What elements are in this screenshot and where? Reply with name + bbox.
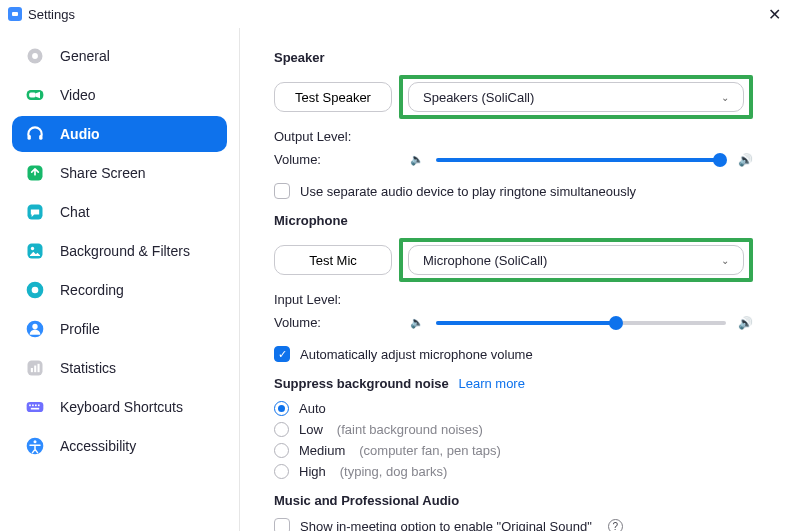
mic-volume-label: Volume: xyxy=(274,315,404,330)
music-heading: Music and Professional Audio xyxy=(274,493,753,508)
sidebar-item-label: Share Screen xyxy=(60,165,146,181)
record-icon xyxy=(24,279,46,301)
sidebar-item-label: Background & Filters xyxy=(60,243,190,259)
suppress-option-low-radio[interactable] xyxy=(274,422,289,437)
speaker-volume-slider[interactable] xyxy=(436,158,726,162)
svg-point-10 xyxy=(31,247,34,250)
svg-rect-17 xyxy=(34,366,36,373)
mic-volume-slider[interactable] xyxy=(436,321,726,325)
sidebar-item-label: Statistics xyxy=(60,360,116,376)
svg-point-14 xyxy=(32,324,37,329)
sidebar-item-chat[interactable]: Chat xyxy=(12,194,227,230)
sidebar-item-label: General xyxy=(60,48,110,64)
sidebar-item-accessibility[interactable]: Accessibility xyxy=(12,428,227,464)
sidebar-item-label: Profile xyxy=(60,321,100,337)
suppress-option-desc: (faint background noises) xyxy=(337,422,483,437)
svg-rect-16 xyxy=(31,368,33,372)
suppress-option-desc: (computer fan, pen taps) xyxy=(359,443,501,458)
sidebar-item-audio[interactable]: Audio xyxy=(12,116,227,152)
suppress-option-high-radio[interactable] xyxy=(274,464,289,479)
test-mic-button[interactable]: Test Mic xyxy=(274,245,392,275)
share-icon xyxy=(24,162,46,184)
output-level-label: Output Level: xyxy=(274,129,404,144)
svg-rect-24 xyxy=(31,408,39,410)
chevron-down-icon: ⌄ xyxy=(721,92,729,103)
profile-icon xyxy=(24,318,46,340)
sidebar-item-label: Recording xyxy=(60,282,124,298)
video-icon xyxy=(24,84,46,106)
auto-adjust-checkbox[interactable]: ✓ xyxy=(274,346,290,362)
svg-rect-5 xyxy=(28,135,31,140)
suppress-learn-more-link[interactable]: Learn more xyxy=(458,376,524,391)
stats-icon xyxy=(24,357,46,379)
speaker-volume-label: Volume: xyxy=(274,152,404,167)
keyboard-icon xyxy=(24,396,46,418)
speaker-loud-icon: 🔊 xyxy=(738,316,753,330)
chevron-down-icon: ⌄ xyxy=(721,255,729,266)
speaker-muted-icon: 🔈 xyxy=(410,153,424,166)
svg-rect-19 xyxy=(27,402,44,412)
sidebar-item-statistics[interactable]: Statistics xyxy=(12,350,227,386)
bg-icon xyxy=(24,240,46,262)
suppress-heading: Suppress background noise Learn more xyxy=(274,376,753,391)
sidebar-item-background-filters[interactable]: Background & Filters xyxy=(12,233,227,269)
svg-rect-23 xyxy=(38,405,40,407)
mic-device-value: Microphone (SoliCall) xyxy=(423,253,547,268)
sidebar-item-general[interactable]: General xyxy=(12,38,227,74)
suppress-heading-text: Suppress background noise xyxy=(274,376,449,391)
mic-device-select[interactable]: Microphone (SoliCall) ⌄ xyxy=(408,245,744,275)
separate-audio-checkbox[interactable] xyxy=(274,183,290,199)
input-level-label: Input Level: xyxy=(274,292,404,307)
access-icon xyxy=(24,435,46,457)
speaker-muted-icon: 🔈 xyxy=(410,316,424,329)
svg-rect-22 xyxy=(35,405,37,407)
svg-rect-9 xyxy=(28,244,43,259)
svg-rect-18 xyxy=(38,364,40,372)
sidebar: General Video Audio Share Screen Chat Ba… xyxy=(0,28,240,531)
original-sound-label: Show in-meeting option to enable "Origin… xyxy=(300,519,592,532)
test-speaker-button[interactable]: Test Speaker xyxy=(274,82,392,112)
suppress-option-auto-radio[interactable] xyxy=(274,401,289,416)
suppress-option-label: Low xyxy=(299,422,323,437)
suppress-option-label: High xyxy=(299,464,326,479)
svg-rect-3 xyxy=(29,93,36,98)
help-icon[interactable]: ? xyxy=(608,519,623,532)
suppress-option-desc: (typing, dog barks) xyxy=(340,464,448,479)
settings-content: Speaker Test Speaker Speakers (SoliCall)… xyxy=(240,28,791,531)
speaker-select-highlight: Speakers (SoliCall) ⌄ xyxy=(399,75,753,119)
speaker-device-select[interactable]: Speakers (SoliCall) ⌄ xyxy=(408,82,744,112)
svg-rect-21 xyxy=(32,405,34,407)
close-icon[interactable]: ✕ xyxy=(768,5,781,24)
sidebar-item-video[interactable]: Video xyxy=(12,77,227,113)
sidebar-item-label: Keyboard Shortcuts xyxy=(60,399,183,415)
svg-rect-6 xyxy=(39,135,42,140)
gear-icon xyxy=(24,45,46,67)
sidebar-item-share-screen[interactable]: Share Screen xyxy=(12,155,227,191)
suppress-option-medium-radio[interactable] xyxy=(274,443,289,458)
suppress-option-label: Auto xyxy=(299,401,326,416)
speaker-loud-icon: 🔊 xyxy=(738,153,753,167)
sidebar-item-keyboard-shortcuts[interactable]: Keyboard Shortcuts xyxy=(12,389,227,425)
sidebar-item-label: Audio xyxy=(60,126,100,142)
speaker-device-value: Speakers (SoliCall) xyxy=(423,90,534,105)
suppress-option-label: Medium xyxy=(299,443,345,458)
sidebar-item-label: Video xyxy=(60,87,96,103)
sidebar-item-label: Chat xyxy=(60,204,90,220)
svg-point-12 xyxy=(32,287,39,294)
separate-audio-label: Use separate audio device to play ringto… xyxy=(300,184,636,199)
sidebar-item-recording[interactable]: Recording xyxy=(12,272,227,308)
app-icon xyxy=(8,7,22,21)
sidebar-item-profile[interactable]: Profile xyxy=(12,311,227,347)
svg-point-26 xyxy=(34,440,37,443)
sidebar-item-label: Accessibility xyxy=(60,438,136,454)
microphone-heading: Microphone xyxy=(274,213,753,228)
window-title: Settings xyxy=(28,7,75,22)
original-sound-checkbox[interactable] xyxy=(274,518,290,531)
speaker-heading: Speaker xyxy=(274,50,753,65)
chat-icon xyxy=(24,201,46,223)
svg-rect-20 xyxy=(29,405,31,407)
mic-select-highlight: Microphone (SoliCall) ⌄ xyxy=(399,238,753,282)
svg-point-1 xyxy=(32,53,38,59)
auto-adjust-label: Automatically adjust microphone volume xyxy=(300,347,533,362)
headphones-icon xyxy=(24,123,46,145)
